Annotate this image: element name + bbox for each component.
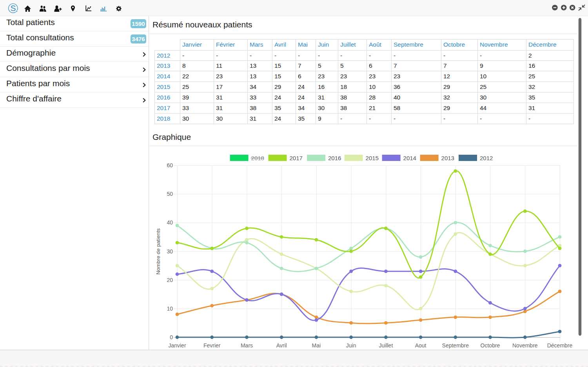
svg-text:2014: 2014 xyxy=(403,155,416,161)
svg-text:2012: 2012 xyxy=(480,155,493,161)
svg-text:Juillet: Juillet xyxy=(379,342,393,349)
svg-text:50: 50 xyxy=(167,191,173,197)
svg-text:2017: 2017 xyxy=(290,155,303,161)
svg-text:Juin: Juin xyxy=(346,342,356,349)
svg-text:Novembre: Novembre xyxy=(512,342,538,349)
svg-text:2015: 2015 xyxy=(366,155,379,161)
svg-text:Nombre de patients: Nombre de patients xyxy=(155,228,161,275)
svg-text:Aout: Aout xyxy=(415,342,426,349)
svg-text:10: 10 xyxy=(167,306,173,312)
svg-text:30: 30 xyxy=(167,248,173,255)
svg-text:Septembre: Septembre xyxy=(442,342,469,349)
svg-text:60: 60 xyxy=(167,162,173,168)
svg-text:Octobre: Octobre xyxy=(481,342,500,349)
svg-text:Fevrier: Fevrier xyxy=(203,342,221,349)
svg-text:2016: 2016 xyxy=(328,155,341,161)
svg-text:Mai: Mai xyxy=(312,342,321,349)
svg-text:Janvier: Janvier xyxy=(168,342,186,349)
svg-text:40: 40 xyxy=(167,219,173,226)
svg-text:S: S xyxy=(10,4,16,13)
svg-text:Avril: Avril xyxy=(276,342,287,349)
svg-text:Décembre: Décembre xyxy=(547,342,573,349)
svg-text:2013: 2013 xyxy=(441,155,454,161)
svg-text:20: 20 xyxy=(167,277,173,283)
svg-text:0: 0 xyxy=(170,334,173,340)
svg-text:Mars: Mars xyxy=(241,342,253,349)
